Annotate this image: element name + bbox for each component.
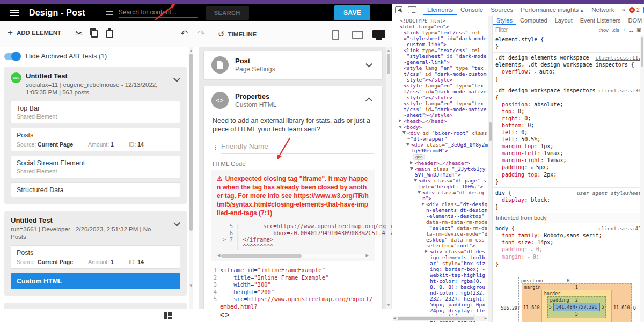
search-input[interactable] — [119, 8, 198, 18]
cut-icon[interactable]: ✂ — [75, 28, 83, 40]
stylesheet-link[interactable]: client.scss:112 — [595, 54, 641, 61]
styles-scrollbar[interactable] — [640, 35, 644, 322]
css-property[interactable]: top: 0; — [495, 108, 641, 115]
styles-tool-button[interactable]: .cls — [612, 27, 619, 33]
expand-icon[interactable]: ▸ — [531, 165, 536, 170]
dom-node[interactable]: <style lang="en" type="text/css" id="dar… — [392, 100, 488, 118]
styles-tool-button[interactable]: + — [623, 27, 626, 33]
test-element-card[interactable]: Top BarShared Element — [11, 101, 180, 123]
disclosure-down-icon[interactable] — [418, 191, 421, 194]
dom-node[interactable]: <style lang="en" type="text/css" id="dar… — [392, 65, 488, 83]
code-line[interactable]: 3 width="300" — [211, 281, 375, 289]
css-property[interactable]: margin-right: 1vmax; — [495, 157, 641, 164]
drag-handle-icon[interactable]: ⋮ — [213, 146, 216, 148]
search-button[interactable]: SEARCH — [206, 6, 249, 20]
box-model-padding[interactable]: padding25541.484×757.39155 — [547, 296, 606, 318]
scroll-down-icon[interactable]: ▼ — [386, 303, 391, 308]
redo-icon[interactable]: ↷ — [197, 28, 205, 40]
css-property[interactable]: overflow: ▸ auto; — [495, 68, 641, 76]
box-model-content[interactable]: 541.484×757.391 — [553, 303, 600, 311]
css-property[interactable]: display: block; — [495, 196, 641, 203]
dom-node[interactable]: <style lang="en" type="text/css" id="dar… — [392, 83, 488, 100]
rule-selector[interactable]: element.style { — [495, 36, 641, 43]
chevron-down-icon[interactable] — [365, 61, 372, 68]
css-property[interactable]: position: absolute; — [495, 101, 641, 108]
styles-tab-computed[interactable]: Computed — [516, 16, 551, 25]
dom-node[interactable]: <link type="text/css" rel="stylesheet" i… — [392, 30, 488, 47]
disclosure-down-icon[interactable] — [410, 167, 413, 170]
box-model-border[interactable]: border−−padding25541.484×757.39155−− — [541, 290, 612, 322]
disclosure-right-icon[interactable] — [399, 119, 401, 122]
hamburger-menu-icon[interactable] — [10, 10, 19, 16]
css-property[interactable]: margin-left: 1vmax; — [495, 150, 641, 157]
css-property[interactable]: padding-top: 2px; — [495, 171, 641, 178]
ab-test-header[interactable]: Untitled Testrun=3661 | Developer - 2/20… — [11, 216, 180, 241]
code-line[interactable]: 4 height="200" — [211, 289, 375, 296]
css-property[interactable]: left: 50.5%; — [495, 136, 641, 143]
inherited-from-link[interactable]: body — [534, 215, 547, 221]
tablet-view-button[interactable] — [352, 31, 363, 39]
add-element-button[interactable]: + ADD ELEMENT — [8, 29, 61, 36]
dom-node[interactable]: <body> — [392, 124, 488, 130]
box-model-position[interactable]: position0586.297margin111.610border−−pad… — [518, 277, 618, 322]
device-toolbar-icon[interactable] — [408, 6, 416, 13]
paste-icon[interactable] — [106, 30, 113, 38]
devtools-tab-console[interactable]: Console — [457, 4, 487, 15]
stylesheet-link[interactable]: client.scss:30 — [598, 87, 641, 94]
undo-icon[interactable]: ↶ — [180, 28, 188, 40]
box-model-margin[interactable]: margin111.610border−−padding25541.484×75… — [522, 283, 632, 322]
dom-node[interactable]: <div class="dt-design"> — [392, 189, 488, 201]
css-property[interactable]: padding: ▸ 5px; — [495, 164, 641, 171]
expand-icon[interactable]: ▸ — [534, 70, 539, 75]
scroll-up-icon[interactable]: ▲ — [386, 48, 391, 53]
dom-node[interactable]: grid — [392, 153, 488, 160]
css-property[interactable]: margin: ▸ 0; — [495, 253, 641, 261]
save-button[interactable]: SAVE — [334, 5, 370, 20]
dom-node[interactable]: <!DOCTYPE html> — [392, 18, 488, 24]
dom-node[interactable]: <main class="_2Jytx61jySVf_WnDJfY2dT"> — [392, 166, 488, 178]
chevron-down-icon[interactable] — [173, 75, 180, 82]
copy-icon[interactable] — [91, 30, 98, 38]
mobile-view-button[interactable] — [332, 30, 339, 40]
chevron-down-icon[interactable] — [173, 219, 180, 226]
mid-panel-scrollbar[interactable]: ▲ ▼ — [386, 47, 391, 309]
css-property[interactable]: padding: ▸ 0; — [495, 246, 641, 253]
styles-tab-dom-breakpoints[interactable]: DOM Breakpoints — [625, 16, 644, 25]
dom-node[interactable]: <div class="dt-design-elements-toolbar" … — [392, 248, 488, 322]
devtools-tab-sources[interactable]: Sources — [487, 4, 517, 15]
disclosure-down-icon[interactable] — [406, 143, 409, 146]
test-element-card[interactable]: Social Stream ElementShared Element — [11, 156, 180, 178]
scroll-down-icon[interactable]: ▼ — [189, 283, 193, 288]
dom-node[interactable]: <div class="dt-page" style="height: 100%… — [392, 178, 488, 189]
devtools-tab-network[interactable]: Network — [588, 4, 618, 15]
dom-node[interactable]: <div class="dt-design-elements dt-design… — [392, 201, 488, 248]
code-line[interactable]: 2 title="Inline Frame Example" — [211, 274, 375, 282]
dom-node[interactable]: <div id="biker-root" class="dt-wrapper" — [392, 130, 488, 142]
disclosure-down-icon[interactable] — [402, 131, 406, 134]
expand-icon[interactable]: ▸ — [531, 247, 536, 252]
expand-icon[interactable]: ▸ — [528, 255, 533, 260]
scroll-up-icon[interactable]: ▲ — [189, 48, 193, 53]
devtools-tab--[interactable]: » — [618, 4, 628, 15]
disclosure-right-icon[interactable] — [410, 161, 413, 164]
console-errors-badge[interactable]: ×2 — [629, 6, 640, 13]
test-element-card[interactable]: Structured Data — [11, 182, 180, 197]
styles-tool-button[interactable]: ▣ — [636, 27, 641, 33]
stylesheet-link[interactable]: client.scss:45 — [598, 225, 641, 232]
html-code-editor[interactable]: 1<iframe id="inlineFrameExample"2 title=… — [211, 267, 375, 309]
dom-v-scrollbar[interactable] — [488, 16, 493, 322]
disclosure-down-icon[interactable] — [414, 179, 417, 182]
left-panel-scrollbar[interactable]: ▲ ▼ — [189, 47, 193, 309]
dom-node[interactable]: <header>…</header> — [392, 160, 488, 166]
styles-tool-button[interactable]: ⚏ — [628, 27, 633, 33]
dom-node[interactable]: <div class="_3eOg8_0Y8y2m1gS90ecmmM"> — [392, 142, 488, 153]
dom-h-scrollbar[interactable]: ◀ ▶ — [393, 316, 487, 321]
disclosure-right-icon[interactable] — [425, 250, 428, 253]
disclosure-down-icon[interactable] — [399, 126, 402, 128]
styles-tool-button[interactable]: :hov — [599, 27, 609, 33]
css-property[interactable]: font-family: Roboto,sans-serif; — [495, 232, 641, 239]
hide-archived-toggle[interactable] — [4, 53, 20, 60]
error-h-scrollbar[interactable]: ◀▶ — [217, 254, 369, 258]
styles-tab-layout[interactable]: Layout — [551, 16, 576, 25]
friendly-name-input[interactable] — [221, 141, 374, 154]
